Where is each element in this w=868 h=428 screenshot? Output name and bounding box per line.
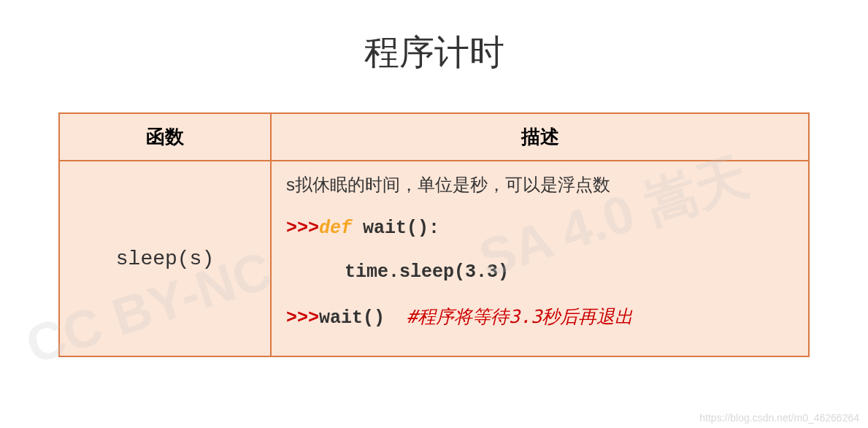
code-line-def: >>>def wait(): <box>286 213 794 245</box>
prompt-text-2: >>> <box>286 307 319 329</box>
watermark-url: https://blog.csdn.net/m0_46266264 <box>699 412 859 424</box>
prompt-text: >>> <box>286 218 319 239</box>
function-name-cell: sleep(s) <box>59 161 271 356</box>
code-line-call: >>>wait()#程序将等待3.3秒后再退出 <box>286 302 794 335</box>
code-call: wait() <box>319 307 385 329</box>
function-table: 函数 描述 sleep(s) s拟休眠的时间，单位是秒，可以是浮点数 >>>de… <box>58 112 810 357</box>
code-comment: #程序将等待3.3秒后再退出 <box>407 306 633 327</box>
code-body: time.sleep(3.3) <box>345 261 509 283</box>
header-description: 描述 <box>271 113 809 161</box>
def-signature: wait(): <box>352 218 439 239</box>
description-text: s拟休眠的时间，单位是秒，可以是浮点数 <box>286 170 794 200</box>
description-cell: s拟休眠的时间，单位是秒，可以是浮点数 >>>def wait(): time.… <box>271 161 809 356</box>
code-line-body: time.sleep(3.3) <box>286 257 794 288</box>
table-data-row: sleep(s) s拟休眠的时间，单位是秒，可以是浮点数 >>>def wait… <box>59 161 809 356</box>
table-header-row: 函数 描述 <box>59 113 809 161</box>
slide-title: 程序计时 <box>58 29 810 76</box>
slide-container: 程序计时 函数 描述 sleep(s) s拟休眠的时间，单位是秒，可以是浮点数 … <box>0 0 868 386</box>
def-keyword: def <box>319 218 352 239</box>
header-function: 函数 <box>59 113 271 161</box>
